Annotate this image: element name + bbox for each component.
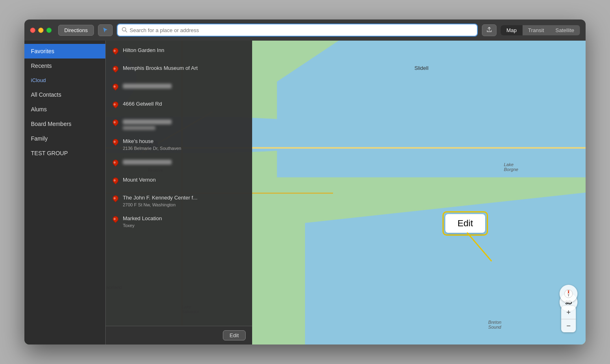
fav-text: Mount Vernon [123, 177, 246, 184]
map-type-satellite-button[interactable]: Satellite [550, 25, 580, 35]
fav-text [123, 119, 246, 130]
dropdown-panel: Favorites Recents iCloud All Contacts Al… [24, 41, 252, 344]
sidebar-item-alums[interactable]: Alums [24, 102, 105, 117]
fav-title: Mount Vernon [123, 177, 246, 184]
minimize-button[interactable] [38, 28, 44, 33]
sidebar-item-favorites[interactable]: Favorites [24, 44, 105, 58]
list-item[interactable]: The John F. Kennedy Center f... 2700 F S… [106, 191, 252, 211]
fav-title: Marked Location [123, 215, 246, 222]
map-type-transit-button[interactable]: Transit [523, 25, 550, 35]
water-top-right [277, 41, 586, 178]
sidebar-section-icloud: iCloud [24, 73, 105, 87]
pin-icon [112, 119, 119, 128]
list-item[interactable] [106, 79, 252, 97]
compass-button[interactable]: N [560, 285, 577, 303]
titlebar: Directions Map Transit Satellite [24, 20, 586, 41]
svg-line-2 [467, 232, 491, 261]
fullscreen-button[interactable] [46, 28, 52, 33]
sidebar-item-recents[interactable]: Recents [24, 58, 105, 73]
favorites-list: Hilton Garden Inn Memphis Brooks Museum … [106, 41, 252, 344]
fav-title: 4666 Getwell Rd [123, 101, 246, 108]
blurred-content [123, 160, 172, 165]
location-button[interactable] [98, 24, 113, 36]
pin-icon [112, 139, 119, 148]
directions-button[interactable]: Directions [58, 25, 94, 36]
fav-text: Hilton Garden Inn [123, 47, 246, 54]
pin-icon [112, 84, 119, 93]
callout-edit-label: Edit [445, 214, 485, 233]
close-button[interactable] [30, 28, 35, 33]
map-container[interactable]: 10 LakeMaurepas Slidell Lutcher Reserve … [24, 41, 586, 344]
search-icon [122, 27, 127, 34]
pin-icon [112, 178, 119, 186]
sidebar-item-board-members[interactable]: Board Members [24, 117, 105, 131]
pin-icon [112, 195, 119, 204]
blurred-content [123, 84, 172, 89]
list-item[interactable]: 4666 Getwell Rd [106, 97, 252, 115]
fav-subtitle: 2136 Belmarie Dr, Southaven [123, 146, 246, 151]
sidebar-item-family[interactable]: Family [24, 131, 105, 146]
list-item[interactable]: Memphis Brooks Museum of Art [106, 61, 252, 79]
zoom-in-button[interactable]: + [561, 306, 576, 319]
fav-text [123, 159, 246, 165]
fav-title: Mike's house [123, 138, 246, 145]
list-item[interactable] [106, 115, 252, 134]
zoom-group: + − [561, 306, 576, 332]
callout-container: Edit [442, 211, 488, 236]
compass-icon: N [564, 289, 573, 299]
maps-window: Directions Map Transit Satellite [24, 20, 586, 344]
pin-icon [112, 216, 119, 225]
list-item[interactable] [106, 155, 252, 173]
fav-title: Hilton Garden Inn [123, 47, 246, 54]
fav-subtitle: Toxey [123, 223, 246, 228]
blurred-subtitle [123, 126, 155, 130]
list-item[interactable]: Mount Vernon [106, 173, 252, 191]
svg-text:N: N [568, 290, 569, 292]
pin-icon [112, 48, 119, 57]
blurred-content [123, 119, 172, 124]
zoom-out-button[interactable]: − [561, 319, 576, 332]
share-button[interactable] [482, 24, 497, 36]
svg-line-1 [125, 30, 127, 32]
sidebar-list: Favorites Recents iCloud All Contacts Al… [24, 41, 106, 344]
list-item[interactable]: Marked Location Toxey [106, 211, 252, 232]
fav-subtitle: 2700 F St Nw, Washington [123, 202, 246, 207]
list-item[interactable]: Hilton Garden Inn [106, 43, 252, 61]
fav-title: Memphis Brooks Museum of Art [123, 65, 246, 72]
share-icon [486, 27, 492, 32]
list-item[interactable]: Mike's house 2136 Belmarie Dr, Southaven [106, 134, 252, 155]
search-bar [117, 24, 478, 37]
callout-highlight: Edit [442, 211, 488, 236]
fav-text: Marked Location Toxey [123, 215, 246, 228]
pin-icon [112, 66, 119, 75]
pin-icon [112, 160, 119, 169]
search-input[interactable] [130, 27, 473, 33]
edit-favorites-button[interactable]: Edit [223, 330, 246, 340]
fav-text: Mike's house 2136 Belmarie Dr, Southaven [123, 138, 246, 151]
callout-arrow [467, 232, 516, 265]
fav-title: The John F. Kennedy Center f... [123, 195, 246, 202]
traffic-lights [30, 28, 52, 33]
sidebar-item-test-group[interactable]: TEST GROUP [24, 146, 105, 160]
sidebar-item-all-contacts[interactable]: All Contacts [24, 87, 105, 102]
map-type-group: Map Transit Satellite [501, 25, 580, 35]
location-arrow-icon [102, 27, 108, 32]
pin-icon [112, 102, 119, 110]
fav-text: The John F. Kennedy Center f... 2700 F S… [123, 195, 246, 207]
edit-button-bar: Edit [106, 326, 252, 344]
fav-text: Memphis Brooks Museum of Art [123, 65, 246, 72]
fav-text: 4666 Getwell Rd [123, 101, 246, 108]
fav-text [123, 83, 246, 89]
map-controls: N + − [560, 285, 577, 332]
map-type-map-button[interactable]: Map [501, 25, 522, 35]
